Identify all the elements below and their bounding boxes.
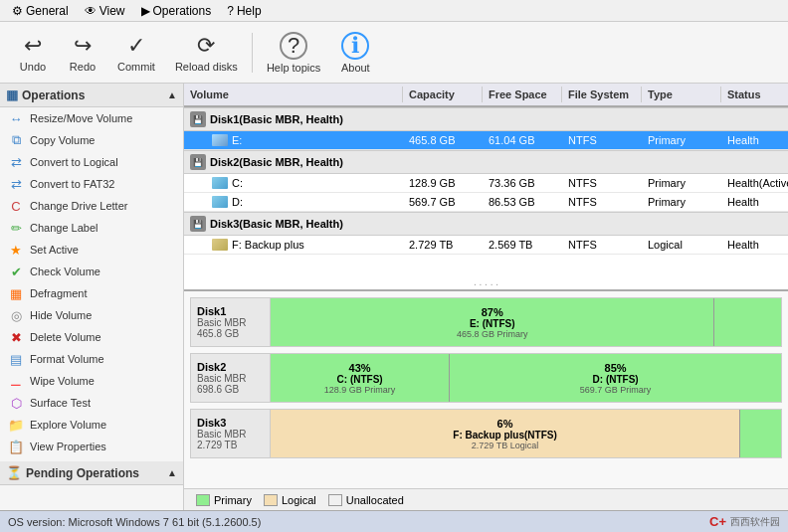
op-convert-logical[interactable]: ⇄ Convert to Logical xyxy=(0,151,183,173)
op-copy-volume[interactable]: ⧉ Copy Volume xyxy=(0,129,183,151)
toolbar: ↩ Undo ↪ Redo ✓ Commit ⟳ Reload disks ? … xyxy=(0,22,788,84)
toolbar-divider xyxy=(252,33,253,73)
copy-icon: ⧉ xyxy=(8,132,24,148)
col-volume: Volume xyxy=(184,87,403,102)
defragment-icon: ▦ xyxy=(8,285,24,301)
commit-button[interactable]: ✓ Commit xyxy=(107,29,165,77)
legend-bar: Primary Logical Unallocated xyxy=(184,488,788,510)
op-explore-volume[interactable]: 📁 Explore Volume xyxy=(0,414,183,436)
undo-button[interactable]: ↩ Undo xyxy=(8,29,58,77)
legend-primary: Primary xyxy=(196,494,252,506)
op-defragment[interactable]: ▦ Defragment xyxy=(0,282,183,304)
op-check-volume[interactable]: ✔ Check Volume xyxy=(0,261,183,282)
operations-section-header[interactable]: ▦ Operations ▲ xyxy=(0,84,183,107)
left-panel: ▦ Operations ▲ ↔ Resize/Move Volume ⧉ Co… xyxy=(0,84,184,510)
menu-view[interactable]: 👁 View xyxy=(77,2,133,20)
col-capacity: Capacity xyxy=(403,87,483,102)
help-menu-icon: ? xyxy=(227,4,234,18)
table-header: Volume Capacity Free Space File System T… xyxy=(184,84,788,107)
op-convert-fat32[interactable]: ⇄ Convert to FAT32 xyxy=(0,173,183,195)
menu-help[interactable]: ? Help xyxy=(219,2,269,20)
statusbar: OS version: Microsoft Windows 7 61 bit (… xyxy=(0,510,788,532)
disk2-label: Disk2 Basic MBR 698.6 GB xyxy=(191,354,271,402)
table-row[interactable]: D: 569.7 GB 86.53 GB NTFS Primary Health xyxy=(184,193,788,212)
disk3-f-segment[interactable]: 6% F: Backup plus(NTFS) 2.729 TB Logical xyxy=(271,410,740,457)
op-hide-volume[interactable]: ◎ Hide Volume xyxy=(0,304,183,326)
resize-icon: ↔ xyxy=(8,110,24,126)
col-type: Type xyxy=(642,87,721,102)
divider-dots: . . . . . xyxy=(184,274,788,289)
disk1-e-segment[interactable]: 87% E: (NTFS) 465.8 GB Primary xyxy=(271,298,714,346)
delete-volume-icon: ✖ xyxy=(8,329,24,345)
disk2-icon: 💾 xyxy=(190,154,206,170)
disk1-vis-row: Disk1 Basic MBR 465.8 GB 87% E: (NTFS) 4… xyxy=(190,297,782,347)
check-volume-icon: ✔ xyxy=(8,264,24,279)
op-change-letter[interactable]: C Change Drive Letter xyxy=(0,195,183,217)
op-wipe-volume[interactable]: ⚊ Wipe Volume xyxy=(0,370,183,392)
disk2-c-segment[interactable]: 43% C: (NTFS) 128.9 GB Primary xyxy=(271,354,450,402)
table-row[interactable]: F: Backup plus 2.729 TB 2.569 TB NTFS Lo… xyxy=(184,236,788,255)
reload-icon: ⟳ xyxy=(197,33,215,59)
help-topics-button[interactable]: ? Help topics xyxy=(257,28,330,78)
convert-logical-icon: ⇄ xyxy=(8,154,24,170)
set-active-icon: ★ xyxy=(8,242,24,258)
disk1-group-header: 💾 Disk1(Basic MBR, Health) xyxy=(184,107,788,131)
vol-f-icon xyxy=(212,239,228,251)
op-change-label[interactable]: ✏ Change Label xyxy=(0,217,183,239)
disk1-small-segment xyxy=(714,298,781,346)
redo-icon: ↪ xyxy=(74,33,92,59)
disk2-d-segment[interactable]: 85% D: (NTFS) 569.7 GB Primary xyxy=(450,354,781,402)
about-button[interactable]: ℹ About xyxy=(330,28,380,78)
disk1-label: Disk1 Basic MBR 465.8 GB xyxy=(191,298,271,346)
op-surface-test[interactable]: ⬡ Surface Test xyxy=(0,392,183,414)
format-volume-icon: ▤ xyxy=(8,351,24,367)
menu-general[interactable]: ⚙ General xyxy=(4,2,77,20)
col-status: Status xyxy=(721,87,788,102)
explore-volume-icon: 📁 xyxy=(8,417,24,433)
op-delete-volume[interactable]: ✖ Delete Volume xyxy=(0,326,183,348)
operations-chevron-icon: ▲ xyxy=(167,89,177,100)
legend-unallocated-color xyxy=(328,494,342,506)
status-logo: C+ 西西软件园 xyxy=(709,514,780,529)
operations-section-icon: ▦ xyxy=(6,88,18,102)
disk3-group-header: 💾 Disk3(Basic MBR, Health) xyxy=(184,212,788,236)
hide-volume-icon: ◎ xyxy=(8,307,24,323)
disk-visualization-panel: Disk1 Basic MBR 465.8 GB 87% E: (NTFS) 4… xyxy=(184,289,788,488)
vol-c-icon xyxy=(212,177,228,189)
disk3-vis-row: Disk3 Basic MBR 2.729 TB 6% F: Backup pl… xyxy=(190,409,782,458)
disk1-bars: 87% E: (NTFS) 465.8 GB Primary xyxy=(271,298,781,346)
general-menu-icon: ⚙ xyxy=(12,4,23,18)
op-view-properties[interactable]: 📋 View Properties xyxy=(0,436,183,457)
table-row[interactable]: E: 465.8 GB 61.04 GB NTFS Primary Health xyxy=(184,131,788,150)
disk2-bars: 43% C: (NTFS) 128.9 GB Primary 85% D: (N… xyxy=(271,354,781,402)
col-filesystem: File System xyxy=(562,87,642,102)
pending-section-icon: ⏳ xyxy=(6,465,22,480)
table-row[interactable]: C: 128.9 GB 73.36 GB NTFS Primary Health… xyxy=(184,174,788,193)
op-format-volume[interactable]: ▤ Format Volume xyxy=(0,348,183,370)
operations-menu-icon: ▶ xyxy=(141,4,150,18)
help-topics-icon: ? xyxy=(280,32,307,60)
volume-table: Volume Capacity Free Space File System T… xyxy=(184,84,788,274)
main-layout: ▦ Operations ▲ ↔ Resize/Move Volume ⧉ Co… xyxy=(0,84,788,510)
redo-button[interactable]: ↪ Redo xyxy=(58,29,107,77)
surface-test-icon: ⬡ xyxy=(8,395,24,411)
commit-icon: ✓ xyxy=(127,33,145,59)
disk2-vis-row: Disk2 Basic MBR 698.6 GB 43% C: (NTFS) 1… xyxy=(190,353,782,403)
undo-icon: ↩ xyxy=(24,33,42,59)
reload-button[interactable]: ⟳ Reload disks xyxy=(165,29,248,77)
op-resize-move[interactable]: ↔ Resize/Move Volume xyxy=(0,107,183,129)
op-set-active[interactable]: ★ Set Active xyxy=(0,239,183,261)
vol-e-icon xyxy=(212,134,228,146)
convert-fat32-icon: ⇄ xyxy=(8,176,24,192)
disk2-group-header: 💾 Disk2(Basic MBR, Health) xyxy=(184,150,788,174)
legend-unallocated: Unallocated xyxy=(328,494,404,506)
col-freespace: Free Space xyxy=(483,87,562,102)
change-label-icon: ✏ xyxy=(8,220,24,236)
right-panel: Volume Capacity Free Space File System T… xyxy=(184,84,788,510)
menubar: ⚙ General 👁 View ▶ Operations ? Help xyxy=(0,0,788,22)
disk3-small-segment xyxy=(740,410,781,457)
pending-section-header[interactable]: ⏳ Pending Operations ▲ xyxy=(0,461,183,485)
logo-icon: C+ xyxy=(709,514,726,529)
menu-operations[interactable]: ▶ Operations xyxy=(133,2,220,20)
view-properties-icon: 📋 xyxy=(8,439,24,454)
